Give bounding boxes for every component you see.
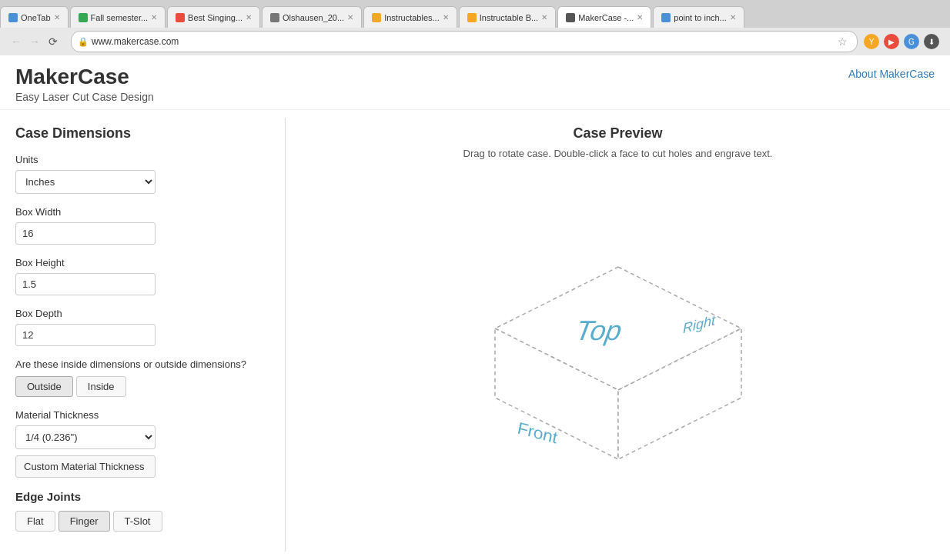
tab-favicon <box>372 13 381 22</box>
tab-label: MakerCase -... <box>578 13 634 22</box>
box-depth-input[interactable] <box>15 324 156 346</box>
browser-icons: Y ▶ G ⬇ <box>864 34 945 49</box>
tab-label: Olshausen_20... <box>283 13 344 22</box>
tab-makercase[interactable]: MakerCase -... ✕ <box>557 6 651 28</box>
box-height-label: Box Height <box>15 257 269 268</box>
tab-fall[interactable]: Fall semester... ✕ <box>70 6 166 28</box>
bookmark-icon[interactable]: ☆ <box>838 35 848 48</box>
box-depth-label: Box Depth <box>15 308 269 319</box>
tab-close[interactable]: ✕ <box>730 13 736 22</box>
main-content: Case Dimensions Units Inches Millimeters… <box>0 110 950 559</box>
flat-button[interactable]: Flat <box>15 511 55 532</box>
address-bar[interactable]: 🔒 www.makercase.com ☆ <box>71 31 858 52</box>
tab-label: Best Singing... <box>188 13 243 22</box>
tab-favicon <box>467 13 477 22</box>
site-title: MakerCase <box>15 65 154 89</box>
tab-favicon <box>270 13 279 22</box>
box-height-input[interactable] <box>15 273 156 295</box>
case-dimensions-title: Case Dimensions <box>15 125 269 142</box>
site-tagline: Easy Laser Cut Case Design <box>15 91 154 103</box>
url-text: www.makercase.com <box>92 36 835 47</box>
units-group: Units Inches Millimeters <box>15 154 269 194</box>
tab-instructables2[interactable]: Instructable B... ✕ <box>459 6 556 28</box>
units-label: Units <box>15 154 269 165</box>
tab-close[interactable]: ✕ <box>246 13 252 22</box>
box-width-label: Box Width <box>15 206 269 218</box>
tab-favicon <box>79 13 88 22</box>
tab-close[interactable]: ✕ <box>347 13 353 22</box>
tab-close[interactable]: ✕ <box>541 13 547 22</box>
inside-button[interactable]: Inside <box>76 376 126 397</box>
edge-joints-group: Edge Joints Flat Finger T-Slot <box>15 490 269 532</box>
preview-title: Case Preview <box>573 125 662 142</box>
browser-ext-2[interactable]: ▶ <box>884 34 899 49</box>
preview-instruction: Drag to rotate case. Double-click a face… <box>463 148 773 159</box>
edge-joints-buttons: Flat Finger T-Slot <box>15 511 269 532</box>
tab-label: Instructable B... <box>480 13 538 22</box>
tab-close[interactable]: ✕ <box>443 13 449 22</box>
outside-button[interactable]: Outside <box>15 376 73 397</box>
tab-olshausen[interactable]: Olshausen_20... ✕ <box>262 6 362 28</box>
toolbar-row: ← → ⟳ 🔒 www.makercase.com ☆ Y ▶ G ⬇ <box>0 28 950 55</box>
dimensions-question: Are these inside dimensions or outside d… <box>15 358 269 370</box>
tslot-button[interactable]: T-Slot <box>113 511 162 532</box>
tab-favicon <box>176 13 185 22</box>
tab-point[interactable]: point to inch... ✕ <box>653 6 744 28</box>
svg-text:Top: Top <box>573 315 624 346</box>
tab-close[interactable]: ✕ <box>637 13 643 22</box>
browser-chrome: OneTab ✕ Fall semester... ✕ Best Singing… <box>0 0 950 55</box>
dimension-type-buttons: Outside Inside <box>15 376 269 397</box>
tab-close[interactable]: ✕ <box>54 13 60 22</box>
left-panel: Case Dimensions Units Inches Millimeters… <box>0 110 285 559</box>
site-branding: MakerCase Easy Laser Cut Case Design <box>15 65 154 103</box>
material-thickness-select[interactable]: 1/8 (0.118") 1/4 (0.236") 3/8 (0.354") 1… <box>15 425 156 449</box>
case-preview-area[interactable]: Top Front Right <box>301 175 935 544</box>
forward-button[interactable]: → <box>28 35 42 48</box>
material-thickness-group: Material Thickness 1/8 (0.118") 1/4 (0.2… <box>15 409 269 478</box>
about-link[interactable]: About MakerCase <box>848 65 935 80</box>
lock-icon: 🔒 <box>78 37 89 47</box>
edge-joints-title: Edge Joints <box>15 490 269 503</box>
tab-label: point to inch... <box>674 13 727 22</box>
tab-onetab[interactable]: OneTab ✕ <box>0 6 69 28</box>
tab-instructables1[interactable]: Instructables... ✕ <box>363 6 457 28</box>
nav-controls: ← → ⟳ <box>5 32 65 52</box>
box-width-input[interactable] <box>15 222 156 245</box>
tab-favicon <box>8 13 18 22</box>
browser-ext-3[interactable]: G <box>904 34 919 49</box>
finger-button[interactable]: Finger <box>59 511 110 532</box>
tab-close[interactable]: ✕ <box>151 13 157 22</box>
custom-material-button[interactable]: Custom Material Thickness <box>15 455 156 478</box>
tab-bar: OneTab ✕ Fall semester... ✕ Best Singing… <box>0 0 950 28</box>
tab-label: Instructables... <box>384 13 440 22</box>
browser-ext-4[interactable]: ⬇ <box>924 34 939 49</box>
tab-label: OneTab <box>21 13 51 22</box>
box-height-group: Box Height <box>15 257 269 295</box>
tab-favicon <box>566 13 575 22</box>
box-width-group: Box Width <box>15 206 269 245</box>
site-header: MakerCase Easy Laser Cut Case Design Abo… <box>0 55 950 110</box>
case-3d-preview[interactable]: Top Front Right <box>457 221 780 498</box>
material-thickness-label: Material Thickness <box>15 409 269 421</box>
tab-favicon <box>661 13 671 22</box>
tab-label: Fall semester... <box>91 13 149 22</box>
box-depth-group: Box Depth <box>15 308 269 346</box>
dimension-type-group: Are these inside dimensions or outside d… <box>15 358 269 397</box>
browser-ext-1[interactable]: Y <box>864 34 879 49</box>
tab-singing[interactable]: Best Singing... ✕ <box>167 6 260 28</box>
reload-button[interactable]: ⟳ <box>46 35 60 48</box>
units-select[interactable]: Inches Millimeters <box>15 170 156 194</box>
page: MakerCase Easy Laser Cut Case Design Abo… <box>0 55 950 560</box>
right-panel: Case Preview Drag to rotate case. Double… <box>286 110 950 559</box>
back-button[interactable]: ← <box>9 35 23 48</box>
